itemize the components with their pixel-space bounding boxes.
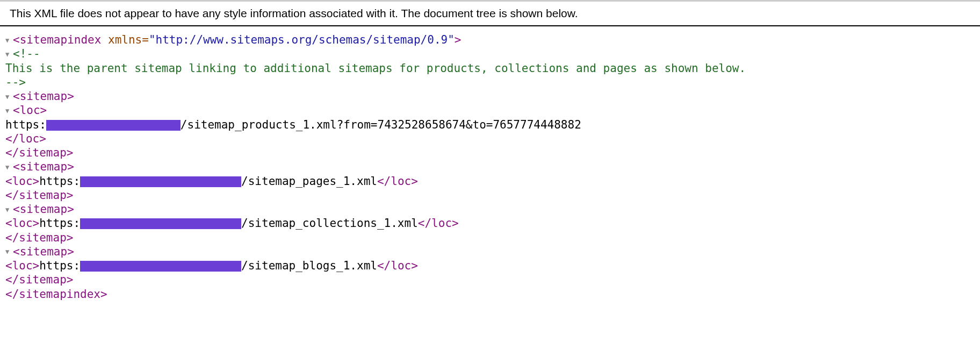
collapse-toggle-icon[interactable]: ▼ (5, 163, 13, 172)
url-prefix: https: (5, 118, 46, 131)
comment-text-line: This is the parent sitemap linking to ad… (5, 61, 975, 75)
url-suffix: /sitemap_products_1.xml?from=74325286586… (181, 118, 581, 131)
redacted-domain (80, 218, 241, 229)
loc-open-line: ▼<loc> (5, 103, 975, 117)
sitemap-tag-open: <sitemap> (13, 90, 74, 103)
redacted-domain (80, 176, 241, 187)
root-attr-value: "http://www.sitemaps.org/schemas/sitemap… (149, 33, 455, 46)
root-tag-open-end: > (455, 33, 462, 46)
loc-close-line: </loc> (5, 132, 975, 146)
collapse-toggle-icon[interactable]: ▼ (5, 107, 13, 115)
sitemap-tag-open: <sitemap> (13, 245, 74, 258)
collapse-toggle-icon[interactable]: ▼ (5, 93, 13, 101)
redacted-domain (46, 120, 181, 131)
url-suffix: /sitemap_pages_1.xml (241, 175, 377, 188)
sitemap-open-line: ▼<sitemap> (5, 202, 975, 216)
redacted-domain (80, 261, 241, 272)
loc-line: <loc>https:/sitemap_pages_1.xml</loc> (5, 174, 975, 188)
sitemap-close-line: </sitemap> (5, 231, 975, 245)
root-tag-open: <sitemapindex (13, 33, 101, 46)
sitemap-tag-open: <sitemap> (13, 203, 74, 216)
xml-tree: ▼<sitemapindex xmlns="http://www.sitemap… (0, 26, 980, 308)
sitemap-close-line: </sitemap> (5, 146, 975, 160)
sitemap-tag-close: </sitemap> (5, 231, 73, 244)
loc-tag-open: <loc> (13, 104, 47, 117)
comment-text: This is the parent sitemap linking to ad… (5, 62, 746, 75)
xml-notice-header: This XML file does not appear to have an… (0, 2, 980, 26)
url-suffix: /sitemap_collections_1.xml (241, 217, 418, 230)
sitemap-close-line: </sitemap> (5, 188, 975, 202)
xml-notice-text: This XML file does not appear to have an… (10, 7, 578, 19)
loc-tag-close: </loc> (5, 132, 46, 145)
comment-close: --> (5, 76, 26, 89)
url-suffix: /sitemap_blogs_1.xml (241, 259, 377, 272)
root-attr-name: xmlns= (101, 33, 149, 46)
root-tag-close: </sitemapindex> (5, 288, 107, 301)
collapse-toggle-icon[interactable]: ▼ (5, 206, 13, 214)
sitemap-tag-close: </sitemap> (5, 189, 73, 202)
collapse-toggle-icon[interactable]: ▼ (5, 37, 13, 45)
sitemap-close-line: </sitemap> (5, 273, 975, 287)
comment-open: <!-- (13, 47, 40, 60)
sitemap-open-line: ▼<sitemap> (5, 160, 975, 174)
url-prefix: https: (39, 259, 80, 272)
collapse-toggle-icon[interactable]: ▼ (5, 51, 13, 59)
loc-line: <loc>https:/sitemap_collections_1.xml</l… (5, 216, 975, 230)
sitemap-open-line: ▼<sitemap> (5, 245, 975, 259)
url-prefix: https: (39, 175, 80, 188)
loc-url-line: https:/sitemap_products_1.xml?from=74325… (5, 118, 975, 132)
comment-close-line: --> (5, 75, 975, 89)
root-open-line: ▼<sitemapindex xmlns="http://www.sitemap… (5, 33, 975, 47)
sitemap-tag-open: <sitemap> (13, 160, 74, 173)
sitemap-tag-close: </sitemap> (5, 146, 73, 159)
loc-tag-open: <loc> (5, 217, 39, 230)
loc-tag-close: </loc> (377, 259, 418, 272)
comment-open-line: ▼<!-- (5, 47, 975, 61)
loc-tag-close: </loc> (418, 217, 459, 230)
loc-line: <loc>https:/sitemap_blogs_1.xml</loc> (5, 259, 975, 273)
loc-tag-close: </loc> (377, 175, 418, 188)
root-close-line: </sitemapindex> (5, 287, 975, 301)
loc-tag-open: <loc> (5, 259, 39, 272)
url-prefix: https: (39, 217, 80, 230)
sitemap-open-line: ▼<sitemap> (5, 89, 975, 103)
sitemap-tag-close: </sitemap> (5, 273, 73, 286)
loc-tag-open: <loc> (5, 175, 39, 188)
collapse-toggle-icon[interactable]: ▼ (5, 248, 13, 256)
